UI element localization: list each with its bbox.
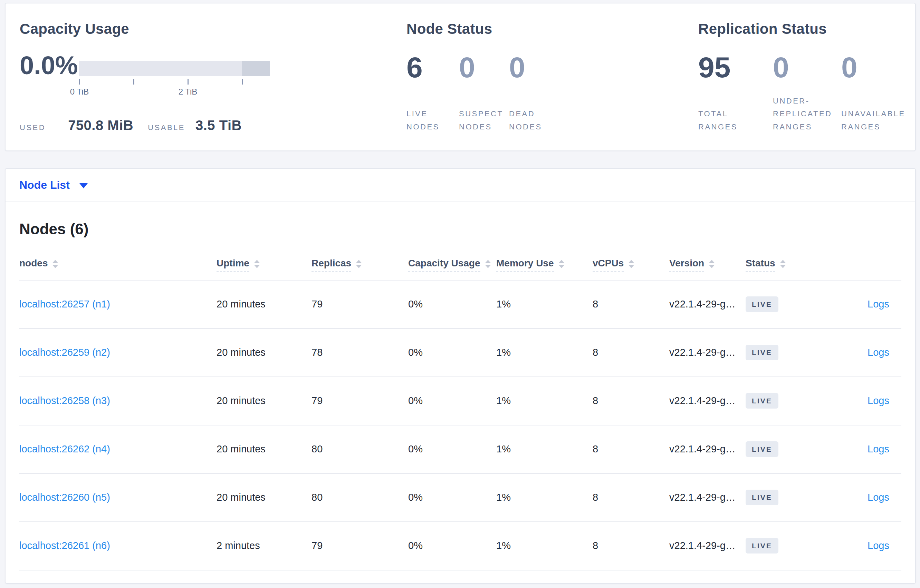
axis-tick <box>188 79 189 84</box>
table-title: Nodes (6) <box>19 220 901 238</box>
sort-icon <box>780 260 786 268</box>
logs-link[interactable]: Logs <box>868 395 889 406</box>
node-link[interactable]: localhost:26259 (n2) <box>19 347 110 358</box>
cell-uptime: 2 minutes <box>217 540 311 551</box>
column-header[interactable]: Version <box>669 258 746 272</box>
cell-version: v22.1.4-29-g… <box>669 395 746 407</box>
cell-status: LIVE <box>746 538 829 554</box>
cluster-overview-page: Capacity Usage 0.0% 0 TiB 2 TiB USED 750… <box>0 0 920 588</box>
cell-uptime: 20 minutes <box>217 395 311 407</box>
cell-version: v22.1.4-29-g… <box>669 443 746 455</box>
logs-link[interactable]: Logs <box>868 443 889 454</box>
column-header[interactable]: Memory Use <box>496 258 593 272</box>
column-header-label: Capacity Usage <box>408 258 480 272</box>
sort-down-icon <box>559 265 564 268</box>
cell-memory-use: 1% <box>496 492 593 503</box>
cell-capacity-usage: 0% <box>408 492 496 503</box>
column-header[interactable]: vCPUs <box>593 258 669 272</box>
cell-status: LIVE <box>746 345 829 360</box>
sort-icon <box>628 260 634 268</box>
logs-link[interactable]: Logs <box>868 492 889 503</box>
stat-value: 0 <box>841 53 912 82</box>
node-status-stats: 6 LIVE NODES 0 SUSPECT NODES 0 DEAD NODE… <box>407 53 627 133</box>
status-badge: LIVE <box>746 393 778 409</box>
stat-label: DEAD NODES <box>509 107 557 133</box>
cell-vcpus: 8 <box>593 395 669 407</box>
sort-icon <box>709 260 714 268</box>
replication-status-title: Replication Status <box>698 20 912 38</box>
node-link[interactable]: localhost:26257 (n1) <box>19 299 110 310</box>
logs-link[interactable]: Logs <box>868 540 889 551</box>
sort-up-icon <box>780 260 786 263</box>
cell-capacity-usage: 0% <box>408 299 496 310</box>
column-header-label: Replicas <box>311 258 351 272</box>
used-value: 750.8 MiB <box>68 118 133 133</box>
node-link[interactable]: localhost:26261 (n6) <box>19 540 110 551</box>
column-header-label: Memory Use <box>496 258 554 272</box>
logs-link[interactable]: Logs <box>868 299 889 310</box>
stat-label: UNDER-REPLICATED RANGES <box>773 95 837 133</box>
cell-replicas: 80 <box>311 492 408 503</box>
logs-link[interactable]: Logs <box>868 347 889 358</box>
capacity-gauge-bar <box>79 61 270 76</box>
stat: 0 UNAVAILABLE RANGES <box>841 53 912 133</box>
cell-vcpus: 8 <box>593 347 669 358</box>
node-list-card: Node List Nodes (6) nodes Uptime Replica… <box>5 168 916 584</box>
cell-memory-use: 1% <box>496 395 593 407</box>
cell-memory-use: 1% <box>496 347 593 358</box>
cell-node-address: localhost:26260 (n5) <box>19 492 217 503</box>
nodes-table: Nodes (6) nodes Uptime Replicas Capacity… <box>5 220 915 570</box>
stat-value: 0 <box>459 53 509 82</box>
summary-card: Capacity Usage 0.0% 0 TiB 2 TiB USED 750… <box>5 3 916 151</box>
column-header-label: Version <box>669 258 704 272</box>
cell-vcpus: 8 <box>593 443 669 455</box>
capacity-gauge-extra-segment <box>242 61 270 76</box>
sort-icon <box>254 260 260 268</box>
column-header[interactable]: Status <box>746 258 829 272</box>
cell-node-address: localhost:26261 (n6) <box>19 540 217 551</box>
sort-down-icon <box>485 265 491 268</box>
usable-value: 3.5 TiB <box>196 118 242 133</box>
node-list-dropdown-label: Node List <box>19 179 70 192</box>
column-header[interactable]: nodes <box>19 258 217 272</box>
table-row: localhost:26258 (n3) 20 minutes 79 0% 1%… <box>19 377 901 425</box>
capacity-percent: 0.0% <box>20 53 78 78</box>
sort-up-icon <box>485 260 491 263</box>
stat: 6 LIVE NODES <box>407 53 459 133</box>
cell-replicas: 79 <box>311 299 408 310</box>
cell-status: LIVE <box>746 393 829 409</box>
cell-version: v22.1.4-29-g… <box>669 299 746 310</box>
sort-up-icon <box>559 260 564 263</box>
cell-capacity-usage: 0% <box>408 395 496 407</box>
column-header[interactable]: Capacity Usage <box>408 258 496 272</box>
stat-label: SUSPECT NODES <box>459 107 507 133</box>
cell-vcpus: 8 <box>593 540 669 551</box>
stat-value: 6 <box>407 53 459 82</box>
column-header-label: Uptime <box>217 258 249 272</box>
node-link[interactable]: localhost:26260 (n5) <box>19 492 110 503</box>
cell-version: v22.1.4-29-g… <box>669 540 746 551</box>
status-badge: LIVE <box>746 296 778 312</box>
used-label: USED <box>20 123 45 132</box>
status-badge: LIVE <box>746 441 778 457</box>
cell-vcpus: 8 <box>593 492 669 503</box>
node-list-dropdown[interactable]: Node List <box>5 169 915 202</box>
cell-logs: Logs <box>829 347 901 358</box>
sort-up-icon <box>356 260 361 263</box>
column-header[interactable]: Uptime <box>217 258 311 272</box>
sort-icon <box>356 260 361 268</box>
capacity-gauge: 0 TiB 2 TiB <box>79 61 270 76</box>
column-header <box>829 258 901 261</box>
cell-uptime: 20 minutes <box>217 443 311 455</box>
column-header[interactable]: Replicas <box>311 258 408 272</box>
cell-memory-use: 1% <box>496 299 593 310</box>
table-row: localhost:26262 (n4) 20 minutes 80 0% 1%… <box>19 425 901 474</box>
cell-vcpus: 8 <box>593 299 669 310</box>
cell-logs: Logs <box>829 540 901 551</box>
table-header-row: nodes Uptime Replicas Capacity Usage Mem… <box>19 258 901 281</box>
stat-value: 0 <box>773 53 841 82</box>
node-link[interactable]: localhost:26262 (n4) <box>19 443 110 454</box>
node-link[interactable]: localhost:26258 (n3) <box>19 395 110 406</box>
cell-uptime: 20 minutes <box>217 347 311 358</box>
cell-logs: Logs <box>829 299 901 310</box>
